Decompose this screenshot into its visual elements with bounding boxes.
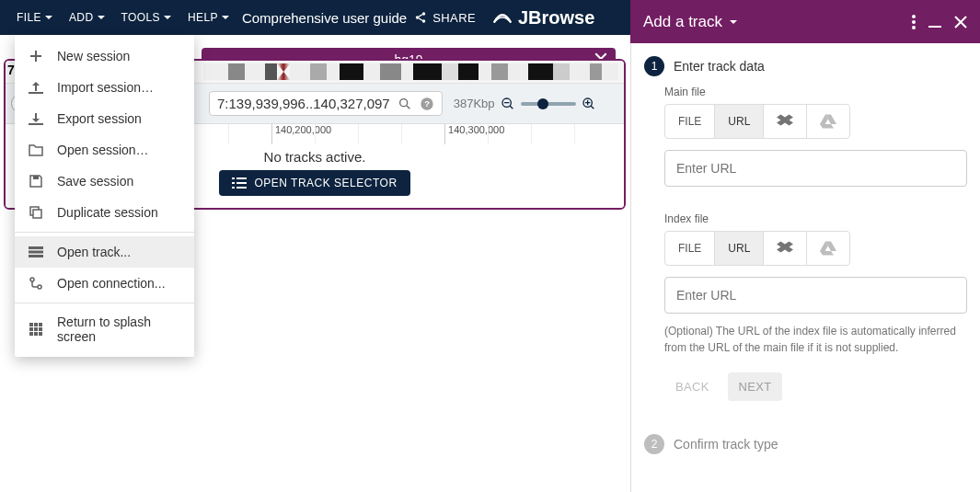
menu-help-label: HELP (188, 11, 218, 24)
svg-rect-6 (928, 26, 941, 28)
dd-open-connection[interactable]: Open connection... (15, 268, 194, 299)
dd-open-track[interactable]: Open track... (15, 236, 194, 268)
add-track-drawer: 1 Enter track data Main file FILE URL In… (630, 43, 980, 492)
menu-file[interactable]: FILE (17, 11, 52, 24)
step1-body: Main file FILE URL Index file FILE URL (… (664, 86, 967, 401)
open-track-selector-button[interactable]: OPEN TRACK SELECTOR (219, 170, 409, 196)
dropbox-icon (777, 114, 793, 129)
svg-point-5 (912, 26, 916, 29)
caret-down-icon (98, 16, 105, 19)
scale-label: 387Kbp (454, 97, 495, 110)
step-actions: BACK NEXT (664, 372, 967, 401)
drawer-title: Add a track (643, 13, 912, 31)
zoom-in-icon[interactable] (582, 97, 596, 111)
index-file-label: Index file (664, 212, 967, 225)
dd-new-session[interactable]: New session (15, 40, 194, 72)
dd-label: Export session (57, 111, 142, 126)
src-tab-dropbox[interactable] (764, 105, 807, 138)
svg-rect-36 (39, 332, 42, 336)
logo-arc-icon (492, 10, 513, 25)
menu-add[interactable]: ADD (69, 11, 105, 24)
ruler-tick: 140,300,000 (444, 124, 504, 144)
svg-rect-28 (29, 323, 33, 326)
slider-thumb[interactable] (537, 98, 548, 109)
svg-rect-29 (34, 323, 38, 326)
dd-duplicate-session[interactable]: Duplicate session (15, 197, 194, 228)
minimize-icon[interactable] (928, 16, 941, 29)
share-button[interactable]: SHARE (414, 11, 476, 25)
close-icon[interactable] (954, 16, 967, 29)
dd-export-session[interactable]: Export session (15, 103, 194, 134)
guide-title: Comprehensive user guide (242, 10, 407, 26)
dd-open-session[interactable]: Open session… (15, 134, 194, 166)
svg-point-7 (399, 98, 407, 106)
plus-icon (28, 48, 44, 64)
drawer-header: Add a track (630, 0, 980, 43)
svg-rect-34 (29, 332, 33, 336)
src-tab-file[interactable]: FILE (665, 232, 715, 265)
copy-icon (28, 204, 44, 221)
more-vert-icon[interactable] (912, 15, 916, 29)
dropbox-icon (777, 241, 793, 256)
svg-rect-25 (29, 255, 43, 257)
svg-point-26 (30, 278, 34, 281)
src-tab-dropbox[interactable] (764, 232, 807, 265)
dd-label: Open connection... (57, 276, 166, 291)
main-file-label: Main file (664, 86, 967, 98)
folder-icon (28, 142, 44, 158)
back-button[interactable]: BACK (664, 372, 721, 401)
dd-import-session[interactable]: Import session… (15, 72, 194, 103)
svg-point-27 (38, 285, 41, 289)
menu-tools[interactable]: TOOLS (121, 11, 171, 24)
caret-down-icon (164, 16, 171, 19)
logo-text: JBrowse (518, 7, 594, 29)
svg-point-0 (422, 12, 426, 15)
index-url-input[interactable] (664, 277, 967, 314)
svg-rect-32 (34, 327, 38, 331)
svg-point-2 (422, 19, 426, 23)
zoom-out-icon[interactable] (501, 97, 515, 111)
step2-title: Confirm track type (674, 434, 778, 454)
index-source-tabs: FILE URL (664, 231, 850, 266)
src-tab-gdrive[interactable] (807, 232, 849, 265)
menu-file-label: FILE (17, 11, 41, 24)
src-tab-url[interactable]: URL (715, 232, 764, 265)
svg-rect-30 (39, 323, 42, 326)
google-drive-icon (820, 114, 836, 129)
zoom-slider[interactable] (521, 102, 576, 106)
track-icon (28, 244, 44, 260)
file-dropdown: New session Import session… Export sessi… (15, 35, 194, 357)
caret-down-icon[interactable] (730, 20, 737, 24)
src-tab-url[interactable]: URL (715, 105, 764, 138)
drawer-title-text: Add a track (643, 13, 722, 31)
connection-icon (28, 275, 44, 292)
main-url-input[interactable] (664, 150, 967, 187)
dd-label: Duplicate session (57, 205, 158, 220)
step-2: 2 Confirm track type (631, 434, 980, 454)
menu-add-label: ADD (69, 11, 94, 24)
location-text[interactable]: 7:139,939,996..140,327,097 (217, 96, 390, 111)
src-tab-file[interactable]: FILE (665, 105, 715, 138)
location-box: 7:139,939,996..140,327,097 ? (209, 91, 443, 116)
open-selector-label: OPEN TRACK SELECTOR (254, 177, 397, 189)
menu-tools-label: TOOLS (121, 11, 160, 24)
helper-text: (Optional) The URL of the index file is … (664, 323, 967, 356)
svg-rect-31 (29, 327, 33, 331)
search-icon[interactable] (398, 97, 412, 111)
ideogram[interactable] (203, 63, 618, 80)
src-tab-gdrive[interactable] (807, 105, 849, 138)
menu-items: FILE ADD TOOLS HELP (0, 11, 229, 24)
dd-save-session[interactable]: Save session (15, 166, 194, 197)
svg-rect-17 (236, 187, 247, 189)
svg-rect-13 (236, 177, 247, 179)
dd-label: Save session (57, 174, 133, 189)
next-button[interactable]: NEXT (728, 372, 783, 401)
dd-return-splash[interactable]: Return to splash screen (15, 307, 194, 351)
menu-help[interactable]: HELP (188, 11, 229, 24)
svg-rect-35 (34, 332, 38, 336)
save-icon (28, 173, 44, 189)
no-tracks-message: No tracks active. (264, 149, 366, 165)
help-icon[interactable]: ? (420, 97, 434, 111)
ruler-tick: 140,200,000 (271, 124, 331, 144)
svg-rect-33 (39, 327, 42, 331)
